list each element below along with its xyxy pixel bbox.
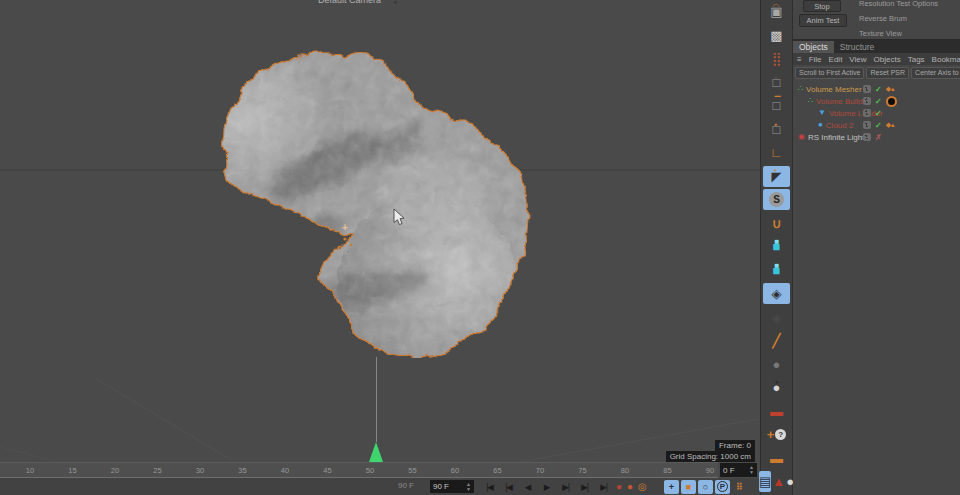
key-parameter-button[interactable]: P	[715, 480, 730, 494]
grid-spacing-info: Grid Spacing: 1000 cm	[666, 451, 755, 462]
motion-film-icon[interactable]: ▤	[759, 475, 771, 488]
enable-toggle-icon[interactable]: ✓	[875, 97, 882, 106]
tab-objects[interactable]: Objects	[793, 41, 834, 53]
anim-option-2[interactable]: Texture View	[859, 26, 959, 40]
help-cross-icon[interactable]: +	[767, 428, 775, 441]
tab-structure[interactable]: Structure	[834, 41, 881, 53]
render-bar-icon[interactable]: ▬	[770, 405, 783, 418]
prev-frame-button[interactable]: ◀	[518, 478, 537, 495]
visibility-dots-icon[interactable]	[863, 121, 871, 129]
next-frame-button[interactable]: ▶|	[556, 478, 575, 495]
visibility-dots-icon[interactable]	[863, 85, 871, 93]
anim-option-1[interactable]: Reverse Brum	[859, 11, 959, 26]
axis-mode-icon[interactable]: ∟	[770, 146, 783, 159]
keyframe-selection-button[interactable]: ◎	[638, 481, 647, 492]
object-label: Volume Builder	[816, 97, 870, 106]
timeline-ruler[interactable]: 1015202530354045505560657075808590	[0, 462, 718, 478]
action-button-2[interactable]: Center Axis to	[911, 67, 960, 79]
live-selection-icon[interactable]: ◤*	[772, 170, 782, 183]
key-rotation-button[interactable]: ○	[698, 480, 713, 494]
object-row-volume-mesher[interactable]: ∴Volume Mesher✓◆▴	[793, 83, 960, 95]
workplane-tiles-icon[interactable]: ■■	[773, 240, 781, 253]
mouse-cursor	[393, 209, 406, 227]
visibility-dots-icon[interactable]	[863, 109, 871, 117]
key-point-level-button[interactable]: ⠿	[732, 480, 747, 494]
ruler-tick-25: 25	[153, 466, 161, 475]
question-sphere-icon[interactable]: ?	[775, 429, 786, 440]
action-button-1[interactable]: Reset PSR	[866, 67, 909, 79]
frame-stepper[interactable]: ▲▼	[749, 465, 754, 475]
menu-objects[interactable]: Objects	[874, 55, 901, 64]
camera-axis-marker-icon: +	[393, 0, 398, 7]
brush-tool-icon[interactable]: ╱	[773, 334, 781, 347]
polygon-mode-icon[interactable]: □▪	[773, 123, 781, 136]
menu-bookmarks[interactable]: Bookmarks	[932, 55, 960, 64]
key-position-button[interactable]: +	[664, 480, 679, 494]
object-label: Cloud 2	[826, 121, 854, 130]
checker-cube-icon[interactable]: ▩	[770, 29, 782, 42]
transport-buttons: |◀|◀◀▶▶|▶|▶|	[480, 478, 613, 495]
current-frame-field[interactable]: 0 F ▲▼	[720, 463, 757, 477]
sphere-dim-icon[interactable]: ●	[773, 358, 781, 371]
plane-mode-icon[interactable]: ◈	[772, 287, 782, 300]
object-row-volume-loader[interactable]: ▼Volume Loader✓	[793, 107, 960, 119]
menu-edit[interactable]: Edit	[829, 55, 843, 64]
phong-tag-icon[interactable]: ◆▴	[886, 121, 895, 129]
axis-arrow-green	[369, 442, 383, 462]
edge-mode-icon[interactable]: □▔	[773, 99, 781, 112]
hamburger-icon[interactable]: ≡	[797, 55, 802, 64]
range-end-label: 90 F	[398, 481, 414, 490]
record-keyframe-button[interactable]: ●	[616, 481, 622, 492]
play-button[interactable]: ▶	[537, 478, 556, 495]
selected-field-tag-icon[interactable]	[886, 96, 897, 107]
menu-view[interactable]: View	[849, 55, 866, 64]
orange-bar-icon[interactable]: ▬	[770, 452, 783, 465]
snap-icon[interactable]: S	[769, 192, 784, 207]
camera-sphere-icon[interactable]: ●+	[773, 381, 781, 394]
volume-mesh-cloud[interactable]	[212, 48, 532, 358]
phong-tag-icon[interactable]: ◆▴	[886, 85, 895, 93]
enable-toggle-icon[interactable]: ✗	[875, 133, 882, 142]
camera-menu-label[interactable]: Default Camera	[318, 0, 381, 5]
stop-button[interactable]: Stop	[803, 0, 841, 12]
volume-builder-icon: ∴	[808, 97, 813, 105]
object-row-volume-builder[interactable]: ∴Volume Builder✓	[793, 95, 960, 107]
enable-toggle-icon[interactable]: ✓	[875, 121, 882, 130]
workplane-tiles2-icon[interactable]: ■■	[773, 264, 781, 277]
select-tool-icon[interactable]: ▣◠	[770, 5, 782, 18]
object-row-cloud-2[interactable]: ●Cloud 2✓◆▴	[793, 119, 960, 131]
wire-net-icon[interactable]: ⣿	[772, 52, 782, 65]
enable-toggle-icon[interactable]: ✓	[875, 109, 882, 118]
visibility-dots-icon[interactable]	[863, 97, 871, 105]
viewport-3d[interactable]: Default Camera + + Frame: 0 Grid Spacing…	[0, 0, 760, 462]
object-row-rs-infinite-light[interactable]: ◉RS Infinite Light✗	[793, 131, 960, 143]
range-stepper[interactable]: ▲▼	[466, 482, 471, 492]
prev-key-button[interactable]: |◀	[499, 478, 518, 495]
magnet-icon[interactable]: ∪	[772, 217, 782, 230]
points-mode-icon[interactable]: □∙	[773, 76, 781, 89]
action-button-0[interactable]: Scroll to First Active	[795, 67, 864, 79]
anim-option-0[interactable]: Resolution Test Options	[859, 0, 959, 11]
drop-icon[interactable]: ▲	[772, 475, 785, 488]
next-key-button[interactable]: ▶|	[575, 478, 594, 495]
goto-end-button[interactable]: ▶|	[594, 478, 613, 495]
autokey-button[interactable]: ●	[627, 481, 633, 492]
visibility-dots-icon[interactable]	[863, 133, 871, 141]
enable-toggle-icon[interactable]: ✓	[875, 85, 882, 94]
menu-tags[interactable]: Tags	[908, 55, 925, 64]
keying-buttons: +■○P⠿	[664, 479, 747, 494]
menu-file[interactable]: File	[809, 55, 822, 64]
ruler-tick-65: 65	[493, 466, 501, 475]
right-panel: Stop Anim Test Resolution Test OptionsRe…	[793, 0, 960, 495]
anim-test-button[interactable]: Anim Test	[799, 14, 847, 27]
anim-test-block: Stop Anim Test Resolution Test OptionsRe…	[793, 0, 960, 40]
range-end-field[interactable]: 90 F ▲▼	[430, 480, 474, 493]
plane-lock-icon[interactable]: ◈	[772, 311, 782, 324]
ruler-tick-50: 50	[366, 466, 374, 475]
goto-start-button[interactable]: |◀	[480, 478, 499, 495]
anim-test-options: Resolution Test OptionsReverse BrumTextu…	[859, 0, 959, 40]
ruler-tick-70: 70	[536, 466, 544, 475]
ruler-tick-20: 20	[111, 466, 119, 475]
record-buttons: ●●◎	[616, 479, 647, 494]
key-scale-button[interactable]: ■	[681, 480, 696, 494]
